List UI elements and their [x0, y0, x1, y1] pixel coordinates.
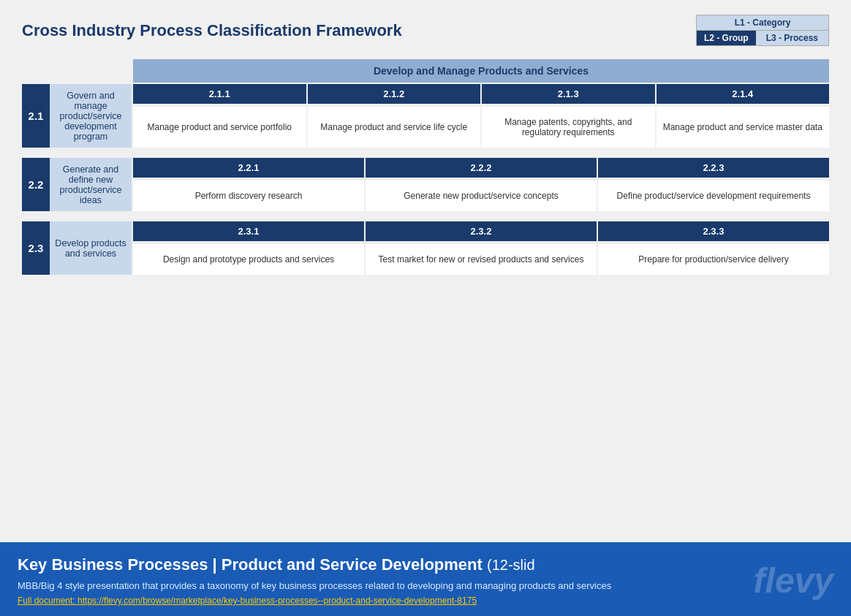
process-col-2.2.1: 2.2.1Perform discovery research — [133, 158, 364, 211]
process-code-2.1.4: 2.1.4 — [657, 84, 830, 104]
process-desc-2.3.2: Test market for new or revised products … — [366, 244, 597, 275]
footer-text-block: Key Business Processes | Product and Ser… — [18, 555, 739, 606]
process-code-2.3.1: 2.3.1 — [133, 221, 364, 241]
process-desc-2.1.2: Manage product and service life cycle — [308, 107, 481, 148]
section-num-2.1: 2.1 — [22, 84, 50, 148]
process-desc-2.1.3: Manage patents, copyrights, and regulato… — [482, 107, 655, 148]
section-2.1: 2.1Govern and manage product/service dev… — [22, 84, 829, 148]
process-col-2.3.1: 2.3.1Design and prototype products and s… — [133, 221, 364, 275]
footer-inner: Key Business Processes | Product and Ser… — [18, 555, 833, 606]
process-desc-2.1.1: Manage product and service portfolio — [133, 107, 306, 148]
process-desc-2.3.1: Design and prototype products and servic… — [133, 244, 364, 275]
section-num-2.3: 2.3 — [22, 221, 50, 275]
main-container: Cross Industry Process Classification Fr… — [0, 0, 851, 616]
process-code-2.2.1: 2.2.1 — [133, 158, 364, 178]
cat-header-spacer — [22, 59, 133, 83]
footer-slide-count: (12-slid — [487, 557, 535, 573]
sections-container: 2.1Govern and manage product/service dev… — [22, 84, 829, 275]
footer: Key Business Processes | Product and Ser… — [0, 542, 851, 616]
process-col-2.1.2: 2.1.2Manage product and service life cyc… — [308, 84, 481, 148]
section-processes-2.3: 2.3.1Design and prototype products and s… — [133, 221, 829, 275]
legend-box: L1 - Category L2 - Group L3 - Process — [696, 15, 829, 46]
category-label: Develop and Manage Products and Services — [133, 59, 829, 83]
footer-link[interactable]: Full document: https://flevy.com/browse/… — [18, 596, 739, 606]
process-col-2.3.3: 2.3.3Prepare for production/service deli… — [598, 221, 829, 275]
process-col-2.1.4: 2.1.4Manage product and service master d… — [657, 84, 830, 148]
flevy-logo: flevy — [754, 560, 833, 601]
process-code-2.3.2: 2.3.2 — [366, 221, 597, 241]
footer-title-main: Key Business Processes | Product and Ser… — [18, 555, 483, 574]
category-header-row: Develop and Manage Products and Services — [22, 59, 829, 83]
section-processes-2.1: 2.1.1Manage product and service portfoli… — [133, 84, 829, 148]
header-row: Cross Industry Process Classification Fr… — [22, 15, 829, 46]
section-num-2.2: 2.2 — [22, 158, 50, 211]
content-area: Cross Industry Process Classification Fr… — [0, 0, 851, 542]
legend-l3: L3 - Process — [756, 31, 828, 45]
section-group-label-2.2: Generate and define new product/service … — [50, 158, 132, 211]
footer-title: Key Business Processes | Product and Ser… — [18, 555, 739, 574]
process-col-2.2.2: 2.2.2Generate new product/service concep… — [366, 158, 597, 211]
process-code-2.1.1: 2.1.1 — [133, 84, 306, 104]
process-desc-2.2.1: Perform discovery research — [133, 180, 364, 211]
process-code-2.2.2: 2.2.2 — [366, 158, 597, 178]
section-group-label-2.1: Govern and manage product/service develo… — [50, 84, 132, 148]
section-2.3: 2.3Develop products and services2.3.1Des… — [22, 221, 829, 275]
process-col-2.1.1: 2.1.1Manage product and service portfoli… — [133, 84, 306, 148]
process-desc-2.1.4: Manage product and service master data — [657, 107, 830, 148]
process-desc-2.2.2: Generate new product/service concepts — [366, 180, 597, 211]
process-code-2.1.2: 2.1.2 — [308, 84, 481, 104]
process-desc-2.3.3: Prepare for production/service delivery — [598, 244, 829, 275]
section-2.2: 2.2Generate and define new product/servi… — [22, 158, 829, 211]
page-title: Cross Industry Process Classification Fr… — [22, 21, 402, 40]
legend-l2: L2 - Group — [697, 31, 756, 45]
process-code-2.3.3: 2.3.3 — [598, 221, 829, 241]
process-code-2.1.3: 2.1.3 — [482, 84, 655, 104]
legend-bottom: L2 - Group L3 - Process — [697, 31, 828, 45]
process-code-2.2.3: 2.2.3 — [598, 158, 829, 178]
process-desc-2.2.3: Define product/service development requi… — [598, 180, 829, 211]
process-col-2.1.3: 2.1.3Manage patents, copyrights, and reg… — [482, 84, 655, 148]
section-processes-2.2: 2.2.1Perform discovery research2.2.2Gene… — [133, 158, 829, 211]
legend-l1: L1 - Category — [697, 15, 828, 31]
process-col-2.2.3: 2.2.3Define product/service development … — [598, 158, 829, 211]
section-group-label-2.3: Develop products and services — [50, 221, 132, 275]
process-col-2.3.2: 2.3.2Test market for new or revised prod… — [366, 221, 597, 275]
footer-description: MBB/Big 4 style presentation that provid… — [18, 580, 617, 591]
